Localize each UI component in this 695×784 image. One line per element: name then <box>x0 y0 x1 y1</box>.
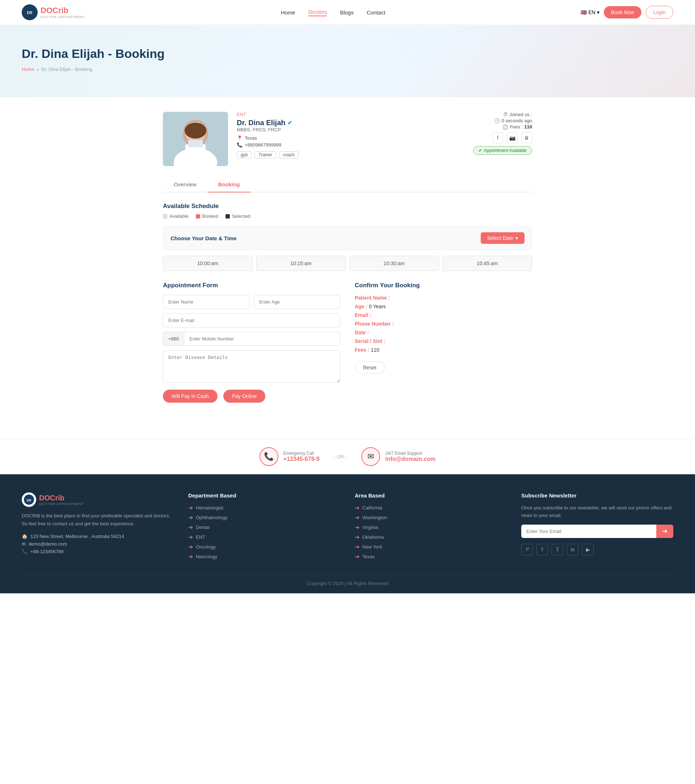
newsletter-submit-button[interactable]: ➔ <box>656 525 673 538</box>
dept-link-2[interactable]: ➔Dental <box>188 524 340 531</box>
footer-brand: DR DOCrib DOCTOR APPOINTMENT DOCRIB is t… <box>22 492 174 563</box>
appointment-form-section: Appointment Form +880 Will Pay In Cash P… <box>163 282 340 403</box>
doctor-side-info: ⏱ Joined us : 🕐 0 seconds ago 📋 Fees : 1… <box>473 112 532 155</box>
newsletter-desc: Once you subscribe to our newsletter, we… <box>521 504 673 519</box>
doctor-name: Dr. Dina Elijah ✔ <box>237 119 464 127</box>
area-link-4[interactable]: ➔New York <box>355 544 507 550</box>
time-slot-1[interactable]: 10:15:am <box>256 256 346 271</box>
schedule-legend: Available Booked Selected <box>163 214 532 219</box>
svg-rect-7 <box>185 144 206 166</box>
phone-prefix: +880 <box>163 332 184 346</box>
breadcrumb-separator: » <box>36 67 39 72</box>
fees-row: 📋 Fees : 110 <box>502 124 532 130</box>
svg-text:DR: DR <box>27 499 31 502</box>
twitter-icon[interactable]: 𝕋 <box>551 544 563 555</box>
email-support-label: 24/7 Email Support <box>385 451 436 456</box>
date-time-title: Choose Your Date & Time <box>170 235 237 241</box>
area-link-3[interactable]: ➔Oklahoma <box>355 534 507 540</box>
facebook-footer-icon[interactable]: f <box>537 544 548 555</box>
doctor-card: ENT Dr. Dina Elijah ✔ MBBS, FRCS, FRCP 📍… <box>163 112 532 166</box>
logo-text: DOCrib <box>41 6 68 15</box>
footer-social-icons: 𝓟 f 𝕋 in ▶ <box>521 544 673 555</box>
footer-bottom: Copyright © 2024 | All Rights Reserved <box>22 574 673 586</box>
disease-textarea[interactable] <box>163 350 340 383</box>
reset-button[interactable]: Reset <box>355 361 385 374</box>
pay-cash-button[interactable]: Will Pay In Cash <box>163 390 218 403</box>
instagram-icon[interactable]: 📷 <box>507 132 518 143</box>
footer-area: Area Based ➔California ➔Washington ➔Virg… <box>355 492 507 563</box>
youtube-icon[interactable]: ▶ <box>582 544 594 555</box>
arrow-icon: ➔ <box>188 514 193 521</box>
area-link-0[interactable]: ➔California <box>355 504 507 511</box>
age-input[interactable] <box>254 295 340 309</box>
confirm-booking-section: Confirm Your Booking Patient Name : Age … <box>355 282 532 403</box>
fees-value: 110 <box>524 124 532 130</box>
legend-dot-booked <box>196 214 200 219</box>
tag-2: coach <box>279 151 299 158</box>
hero-image <box>313 25 695 97</box>
join-label: ⏱ Joined us : <box>503 112 532 117</box>
tab-booking[interactable]: Booking <box>207 177 251 193</box>
dept-link-0[interactable]: ➔Hematologist <box>188 504 340 511</box>
linkedin-icon[interactable]: in <box>567 544 578 555</box>
email-support-icon: ✉ <box>361 447 380 466</box>
logo[interactable]: DR DOCrib DOCTOR APPOINTMENT <box>22 4 86 20</box>
phone-row: +880 <box>163 332 340 346</box>
pinterest-icon[interactable]: 𝓟 <box>521 544 533 555</box>
emergency-number[interactable]: +12345-678-9 <box>284 456 320 462</box>
book-now-button[interactable]: Book Now <box>604 6 641 18</box>
fees-icon: 📋 <box>502 124 508 130</box>
tab-overview[interactable]: Overview <box>163 177 207 193</box>
dept-link-1[interactable]: ➔Ophthalmology <box>188 514 340 521</box>
breadcrumb-home[interactable]: Home <box>22 67 35 72</box>
support-email[interactable]: info@domain.com <box>385 456 436 462</box>
emergency-bar: 📞 Emergency Call +12345-678-9 - OR - ✉ 2… <box>0 439 695 474</box>
email-row <box>163 313 340 328</box>
svg-point-6 <box>185 123 206 138</box>
footer-logo-text: DOCrib <box>39 494 64 502</box>
login-button[interactable]: Login <box>646 6 673 19</box>
phone-input[interactable] <box>184 332 340 346</box>
footer-logo-icon: DR <box>22 492 36 507</box>
flag-icon: 🇬🇧 <box>581 10 587 15</box>
legend-dot-selected <box>226 214 230 219</box>
confirm-phone: Phone Number : <box>355 321 532 327</box>
arrow-icon: ➔ <box>188 544 193 550</box>
location-icon: 📍 <box>237 135 243 141</box>
area-link-2[interactable]: ➔Virginia <box>355 524 507 531</box>
newsletter-input[interactable] <box>521 525 656 538</box>
time-slot-2[interactable]: 10:30:am <box>349 256 439 271</box>
footer-dept-title: Department Based <box>188 492 340 499</box>
confirm-patient: Patient Name : <box>355 295 532 301</box>
dept-link-3[interactable]: ➔ENT <box>188 534 340 540</box>
nav-home[interactable]: Home <box>281 10 295 16</box>
dept-link-4[interactable]: ➔Oncology <box>188 544 340 550</box>
dept-link-5[interactable]: ➔Neurology <box>188 553 340 560</box>
pay-online-button[interactable]: Pay Online <box>223 390 265 403</box>
time-slot-0[interactable]: 10:00:am <box>163 256 253 271</box>
emergency-label: Emergency Call <box>284 451 320 456</box>
social-icon-3[interactable]: 🖥 <box>521 132 532 143</box>
email-icon: ✉ <box>22 541 26 547</box>
doctor-photo-inner <box>163 112 228 166</box>
lang-button[interactable]: 🇬🇧 EN ▾ <box>581 10 599 15</box>
area-link-1[interactable]: ➔Washington <box>355 514 507 521</box>
nav-blogs[interactable]: Blogs <box>340 10 354 16</box>
facebook-icon[interactable]: f <box>492 132 503 143</box>
emergency-or: - OR - <box>334 450 347 463</box>
main-content: ENT Dr. Dina Elijah ✔ MBBS, FRCS, FRCP 📍… <box>156 97 539 428</box>
select-date-button[interactable]: Select Date ▾ <box>481 232 525 244</box>
legend-booked: Booked <box>196 214 218 219</box>
confirm-serial: Serial / Slot : <box>355 338 532 344</box>
confirm-age: Age : 0 Years <box>355 303 532 309</box>
confirm-fees: Fees : 110 <box>355 347 532 353</box>
email-input[interactable] <box>163 313 340 328</box>
emergency-call-item: 📞 Emergency Call +12345-678-9 <box>259 447 320 466</box>
emergency-icon: 📞 <box>259 447 278 466</box>
nav-doctors[interactable]: Doctors <box>309 9 327 16</box>
nav-contact[interactable]: Contact <box>366 10 386 16</box>
area-link-5[interactable]: ➔Texas <box>355 553 507 560</box>
name-input[interactable] <box>163 295 249 309</box>
doctor-info: ENT Dr. Dina Elijah ✔ MBBS, FRCS, FRCP 📍… <box>237 112 464 158</box>
time-slot-3[interactable]: 10:45:am <box>443 256 532 271</box>
